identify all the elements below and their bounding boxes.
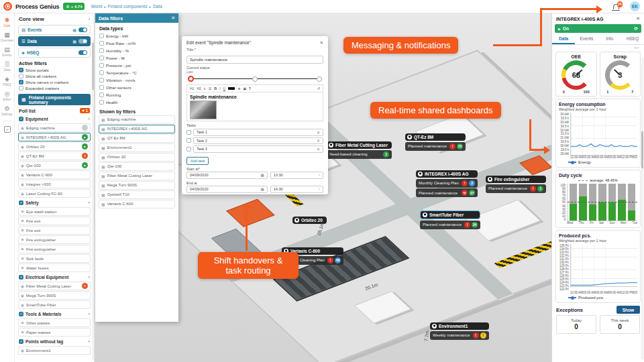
- checkbox[interactable]: [19, 86, 23, 90]
- poll-item[interactable]: ⚑Sick beds: [18, 254, 91, 263]
- data-type-row[interactable]: Other sensors: [95, 84, 178, 91]
- checkbox[interactable]: [19, 74, 23, 78]
- shown-filter-item[interactable]: ▦INTEGREX i-400S AG: [99, 125, 175, 133]
- close-icon[interactable]: ✕: [171, 15, 175, 21]
- shown-filter-item[interactable]: ▦Mega Turn 900S: [99, 181, 175, 190]
- heading1-icon[interactable]: H1: [190, 86, 194, 90]
- checkbox[interactable]: ✓: [19, 200, 23, 205]
- poll-group-header[interactable]: ✓Points without tag▾: [15, 337, 94, 345]
- scrollbar-thumb[interactable]: [92, 43, 94, 90]
- refresh-icon[interactable]: ⟳: [634, 26, 638, 32]
- close-icon[interactable]: ✕: [636, 16, 640, 21]
- bulleted-list-icon[interactable]: ≡: [204, 86, 206, 90]
- paragraph-icon[interactable]: ¶: [249, 86, 251, 90]
- layer-toggle-hseq[interactable]: ◈HSEQ: [18, 48, 91, 58]
- checkbox[interactable]: [99, 70, 104, 75]
- poll-item[interactable]: ◉Mega Turn 900S: [18, 291, 91, 300]
- tab-events[interactable]: Events: [575, 34, 598, 44]
- task-row[interactable]: Task 1✕: [186, 129, 323, 136]
- poll-item[interactable]: ⚑Fire extinguisher: [18, 235, 91, 244]
- checkbox[interactable]: ✓: [19, 80, 23, 84]
- checkbox[interactable]: [99, 41, 104, 46]
- data-type-row[interactable]: Health: [95, 99, 178, 106]
- checkbox[interactable]: [186, 130, 191, 135]
- slider-handle-late[interactable]: [188, 76, 194, 82]
- data-type-row[interactable]: Power - W: [95, 54, 178, 62]
- core-panel-scrollbar[interactable]: [92, 40, 94, 361]
- poll-group-header[interactable]: ✓Safety▾: [15, 198, 94, 206]
- poll-item[interactable]: ⚑Fire extinguisher: [18, 245, 91, 253]
- rail-item-export[interactable]: ↗: [0, 124, 14, 135]
- task-input[interactable]: Task 1✕: [193, 129, 323, 136]
- poll-item[interactable]: ◉Laser Cutting FC-60: [18, 189, 91, 198]
- shown-filter-item[interactable]: ▦Fiber Metal Cutting Laser: [99, 172, 175, 180]
- remove-task-icon[interactable]: ✕: [317, 147, 320, 152]
- checkbox[interactable]: [99, 56, 104, 60]
- start-time-input[interactable]: 13:30◔: [270, 172, 323, 179]
- checkbox[interactable]: ✓: [19, 275, 23, 280]
- data-type-row[interactable]: Flow Rate - m³/h: [95, 40, 178, 47]
- checkbox[interactable]: [99, 78, 104, 82]
- collapse-section-icon[interactable]: —: [552, 45, 644, 50]
- filter-checkbox-row[interactable]: Show all markers: [15, 73, 94, 79]
- end-date-input[interactable]: 04/09/2020▦: [186, 186, 268, 193]
- checkbox[interactable]: [99, 100, 104, 105]
- data-type-row[interactable]: Energy - kW: [95, 32, 178, 40]
- slider-stop-end[interactable]: [317, 76, 322, 82]
- breadcrumb-item[interactable]: World: [91, 4, 102, 9]
- data-type-row[interactable]: Pressure - psi: [95, 62, 178, 69]
- poll-item[interactable]: ◉Qte-100▶: [18, 161, 91, 170]
- add-task-button[interactable]: Add task: [186, 157, 209, 165]
- visibility-toggle[interactable]: [78, 39, 87, 44]
- poll-item[interactable]: ◉INTEGREX i-400S AG▶: [18, 133, 91, 141]
- filter-checkbox-row[interactable]: ✓Show names in markers: [15, 79, 94, 85]
- checkbox[interactable]: [99, 63, 104, 68]
- image-icon[interactable]: ▣: [243, 86, 246, 90]
- layer-toggle-data[interactable]: ☰Data▦: [18, 36, 91, 46]
- poll-item[interactable]: ◉Orbitec 20▶: [18, 142, 91, 151]
- poll-item[interactable]: ◉Environment1: [18, 346, 91, 355]
- remove-task-icon[interactable]: ✕: [317, 130, 320, 135]
- task-input[interactable]: Task 3✕: [193, 145, 323, 153]
- checkbox[interactable]: ✓: [19, 68, 23, 72]
- poll-item[interactable]: ◉SmartTube Fiber: [18, 300, 91, 309]
- menu-icon[interactable]: ▦: [72, 27, 76, 32]
- checkbox[interactable]: ✓: [19, 312, 23, 316]
- poll-item[interactable]: ⚑Water hoses: [18, 263, 91, 272]
- data-type-row[interactable]: Vibration - mm/s: [95, 76, 178, 84]
- event-title-input[interactable]: [186, 56, 323, 64]
- remove-task-icon[interactable]: ✕: [317, 138, 320, 143]
- italic-icon[interactable]: I: [219, 86, 220, 90]
- menu-icon[interactable]: ▦: [72, 39, 76, 44]
- show-exceptions-button[interactable]: Show: [616, 306, 640, 314]
- summary-button[interactable]: ▦Finland components summary: [18, 94, 91, 105]
- breadcrumb-item[interactable]: Finland components: [108, 4, 148, 9]
- shown-filter-item[interactable]: ▦QT-Ez 8M: [99, 134, 175, 143]
- poll-item[interactable]: ◉Fiber Metal Cutting LaserII: [18, 282, 91, 290]
- poll-item[interactable]: ⚑Eye wash station: [18, 207, 91, 216]
- underline-icon[interactable]: U: [223, 86, 226, 90]
- poll-group-header[interactable]: ✓Electrical Equipment▾: [15, 273, 94, 281]
- shown-filter-item[interactable]: ▦Environment1: [99, 143, 175, 152]
- right-panel-scrollbar[interactable]: [641, 58, 643, 359]
- rail-item-hseq[interactable]: ◈HSEQ: [0, 74, 14, 88]
- attach-icon[interactable]: ⊕: [237, 86, 240, 90]
- avatar[interactable]: EK: [630, 1, 640, 11]
- poll-item[interactable]: ◉Variaxis C-600: [18, 170, 91, 179]
- rail-item-settings[interactable]: ⚙Settings: [0, 103, 14, 118]
- checkbox[interactable]: [99, 34, 104, 38]
- tab-hseq[interactable]: HSEQ: [621, 34, 644, 44]
- breadcrumb-item[interactable]: Data: [153, 4, 162, 9]
- poll-group-header[interactable]: ✓Equipment▾: [15, 115, 94, 123]
- tab-data[interactable]: Data: [552, 34, 575, 44]
- checkbox[interactable]: [99, 85, 104, 90]
- tab-info[interactable]: Info: [598, 34, 621, 44]
- poll-filter-badge[interactable]: 1: [80, 108, 90, 113]
- poll-item[interactable]: ◉Edging machine: [18, 123, 91, 132]
- visibility-toggle[interactable]: [78, 27, 87, 32]
- data-type-row[interactable]: Running: [95, 91, 178, 99]
- status-slider[interactable]: [188, 74, 322, 83]
- poll-item[interactable]: ⚑Fire exit: [18, 226, 91, 235]
- poll-item[interactable]: ⚑Paper wastes: [18, 328, 91, 337]
- checkbox[interactable]: ✓: [19, 339, 23, 344]
